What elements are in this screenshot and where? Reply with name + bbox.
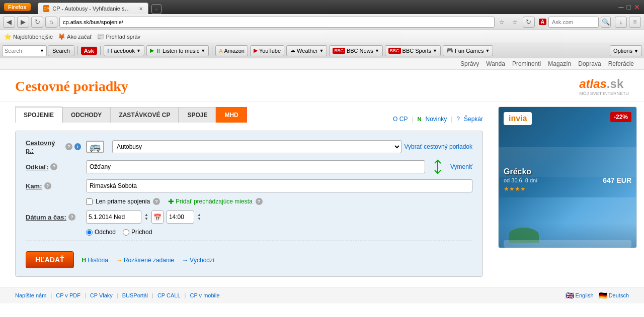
depart-radio-label[interactable]: Odchod [86,229,116,236]
date-down-icon[interactable]: ▼ [144,217,148,221]
footer-call[interactable]: CP CALL [157,292,181,298]
firefox-button[interactable]: Firefox [4,3,31,11]
refresh-button[interactable]: ↻ [31,17,43,28]
nav-magazin[interactable]: Magazín [548,60,571,67]
time-spinner[interactable]: ▲ ▼ [197,213,201,221]
advanced-link[interactable]: → Rozšírené zadanie [116,257,174,264]
slepkar-link[interactable]: Šepkár [464,116,483,123]
bbc-news-dropdown-icon: ▼ [375,48,379,53]
close-button[interactable]: ✕ [634,3,640,11]
amazon-icon: A [219,48,222,54]
facebook-button[interactable]: f Facebook ▼ [104,45,144,56]
tab-zastavkove[interactable]: ZASTÁVKOVÉ CP [110,107,179,123]
weather-button[interactable]: ☁ Weather ▼ [286,45,327,56]
to-input[interactable] [86,179,472,192]
english-link[interactable]: 🇬🇧 English [566,291,594,299]
calendar-button[interactable]: 📅 [151,210,164,224]
search-dropdown-icon[interactable]: ▼ [40,48,44,53]
depart-radio[interactable] [86,229,93,236]
transport-select-wrapper[interactable]: Autobusy [112,140,401,153]
bookmark-icon[interactable]: ☆ [510,17,521,28]
direct-only-help[interactable]: ? [153,198,160,205]
from-input[interactable] [86,160,425,173]
tab-spojenie[interactable]: SPOJENIE [15,107,62,123]
forward-button[interactable]: ▶ [17,17,29,28]
refresh-icon[interactable]: ↻ [523,17,535,28]
nav-referencie[interactable]: Referácie [608,60,634,67]
tab-mhd[interactable]: MHD [216,107,247,123]
arrive-radio[interactable] [123,229,129,236]
ask-search-input[interactable] [548,17,599,28]
tab-odchody[interactable]: ODCHODY [62,107,110,123]
tab-close-icon[interactable]: ✕ [139,6,143,12]
bbc-sports-dropdown-icon: ▼ [433,48,437,53]
amazon-button[interactable]: A Amazon [215,45,248,56]
footer-pdf[interactable]: CP v PDF [56,292,80,298]
ad-banner[interactable]: invia -22% Grécko od 30.6. 8 dní 647 EUR… [498,107,637,248]
footer-busportal[interactable]: BUSPortál [122,292,148,298]
time-down-icon[interactable]: ▼ [197,217,201,221]
atlas-logo-ext: .sk [607,77,623,90]
new-tab-button[interactable]: + [151,4,162,14]
exits-link[interactable]: → Východzí [182,257,214,264]
swap-link[interactable]: Vymeniť [450,163,472,170]
swap-button[interactable] [430,159,445,174]
youtube-button[interactable]: ▶ YouTube [250,45,284,56]
search-button[interactable]: HĽADAŤ [26,251,74,268]
nav-wanda[interactable]: Wanda [486,60,505,67]
history-link[interactable]: H História [82,257,108,264]
maximize-button[interactable]: □ [627,3,631,11]
arrive-radio-label[interactable]: Príchod [123,229,152,236]
transport-info-icon[interactable]: i [74,143,81,150]
nav-bar: ◀ ▶ ↻ ⌂ ☆ ☆ ↻ A 🔍 ↓ ≡ [0,14,644,30]
options-button[interactable]: Options ▼ [610,45,642,56]
minimize-button[interactable]: ─ [619,3,624,11]
ask-search-button[interactable]: 🔍 [601,17,611,28]
from-help-icon[interactable]: ? [50,163,57,170]
firefox-icon: 🦊 [58,33,65,40]
star-icon[interactable]: ☆ [497,17,508,28]
back-button[interactable]: ◀ [3,17,15,28]
to-help-icon[interactable]: ? [44,182,51,189]
bookmark-prehlad-sprav[interactable]: 📰 Prehľad správ [97,33,140,40]
add-stops-help[interactable]: ? [256,198,263,205]
datetime-help-icon[interactable]: ? [68,214,75,221]
search-input[interactable] [5,48,40,54]
add-stops-link[interactable]: ✚ Pridať prechádzajúce miesta [168,197,253,205]
url-bar[interactable] [59,17,495,28]
bookmark-ako-zacat[interactable]: 🦊 Ako začať [58,33,92,40]
search-button[interactable]: Search [48,45,74,56]
fun-games-button[interactable]: 🎮 Fun Games ▼ [443,45,493,56]
footer-mobile[interactable]: CP v mobile [190,292,219,298]
tabs-section: SPOJENIE ODCHODY ZASTÁVKOVÉ CP SPOJE MHD… [0,101,493,287]
nav-spravy[interactable]: Správy [460,60,479,67]
nav-doprava[interactable]: Doprava [578,60,601,67]
bookmark-najoblubenejsie[interactable]: ⭐ Najobľúbenejšie [4,33,53,40]
select-schedule-link[interactable]: Vybrať cestovný poriadok [405,143,472,150]
date-spinner[interactable]: ▲ ▼ [144,213,148,221]
active-tab[interactable]: CP CP - Autobusy - Vyhľadanie spojenia ✕ [38,3,148,14]
page-footer: Napíšte nám | CP v PDF | CP Vlaky | BUSP… [0,287,644,303]
footer-napiste[interactable]: Napíšte nám [15,292,46,298]
home-button[interactable]: ⌂ [45,17,57,28]
nav-prominenti[interactable]: Prominenti [512,60,541,67]
separator-1: | [412,116,413,123]
transport-help-icon[interactable]: ? [65,143,72,150]
deutsch-link[interactable]: 🇩🇪 Deutsch [599,291,629,299]
page-content: Správy Wanda Prominenti Magazín Doprava … [0,58,644,287]
time-input[interactable] [167,210,194,224]
novinky-link[interactable]: Novinky [425,116,447,123]
direct-only-checkbox[interactable] [86,198,93,205]
footer-vlaky[interactable]: CP Vlaky [90,292,113,298]
menu-button[interactable]: ≡ [629,17,641,28]
bbc-sports-button[interactable]: BBC BBC Sports ▼ [385,45,441,56]
downloads-button[interactable]: ↓ [615,17,627,28]
date-input[interactable] [86,210,141,224]
o-cp-link[interactable]: O CP [393,116,408,123]
ask-toolbar-badge[interactable]: Ask [81,47,97,55]
transport-select[interactable]: Autobusy [113,143,401,151]
weather-icon: ☁ [290,47,295,54]
listen-button[interactable]: ▶ ⏸ Listen to music ▼ [146,45,209,56]
tab-spoje[interactable]: SPOJE [179,107,216,123]
bbc-news-button[interactable]: BBC BBC News ▼ [329,45,383,56]
